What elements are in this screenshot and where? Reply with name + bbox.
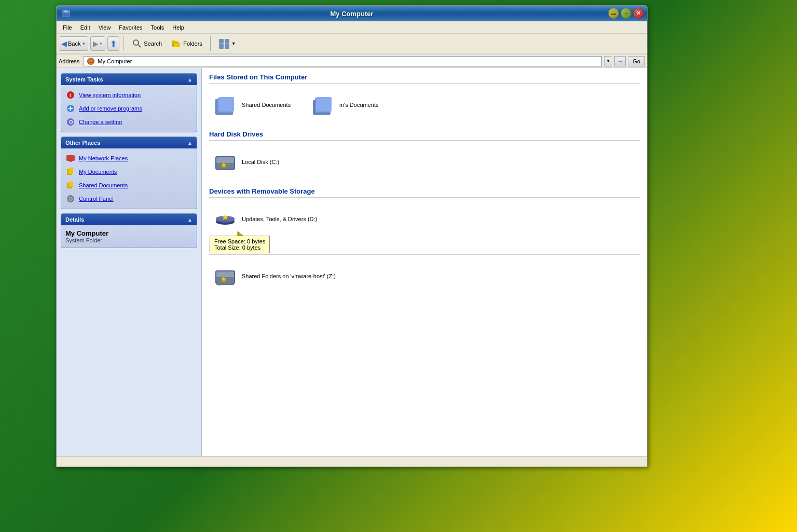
forward-button[interactable]: ▶ ▼ — [90, 36, 105, 51]
search-button[interactable]: Search — [128, 36, 166, 51]
up-arrow-icon: ⬆ — [110, 39, 117, 49]
my-documents-icon — [65, 167, 76, 177]
up-button[interactable]: ⬆ — [107, 36, 119, 51]
details-type: System Folder — [65, 237, 193, 243]
system-tasks-title: System Tasks — [65, 76, 103, 83]
other-places-header[interactable]: Other Places ▲ — [61, 137, 197, 148]
other-places-content: My Network Places My Documents Shared Do… — [61, 148, 197, 209]
file-item-shared-documents[interactable]: Shared Documents — [209, 90, 303, 120]
svg-rect-41 — [216, 157, 234, 163]
title-bar: My Computer ▬ ▪ ✕ — [57, 6, 647, 21]
sidebar-item-control-panel[interactable]: Control Panel — [63, 192, 195, 206]
details-title: Details — [65, 216, 84, 223]
system-tasks-content: i View system information Add or remove … — [61, 85, 197, 132]
dvd-d-icon — [213, 207, 238, 231]
forward-dropdown-icon: ▼ — [99, 42, 103, 46]
svg-rect-25 — [68, 168, 73, 174]
dvd-d-label: Updates, Tools, & Drivers (D:) — [242, 216, 317, 222]
add-remove-icon — [65, 103, 76, 114]
svg-rect-10 — [219, 44, 224, 49]
window-title: My Computer — [330, 10, 373, 18]
menu-favorites[interactable]: Favorites — [115, 23, 146, 32]
address-label: Address — [59, 58, 81, 64]
local-disk-c-label: Local Disk (C:) — [242, 159, 279, 165]
folders-button[interactable]: Folders — [168, 36, 206, 51]
address-input[interactable]: My Computer — [84, 56, 602, 66]
svg-rect-1 — [62, 12, 70, 17]
local-disk-c-icon — [213, 149, 238, 174]
menu-view[interactable]: View — [94, 23, 115, 32]
file-item-local-disk-c[interactable]: Local Disk (C:) — [209, 147, 303, 177]
svg-rect-35 — [218, 97, 234, 112]
view-system-label: View system information — [79, 92, 141, 98]
close-button[interactable]: ✕ — [633, 8, 644, 19]
main-content: System Tasks ▲ i View system information — [57, 68, 647, 456]
network-places-label: My Network Places — [79, 155, 128, 161]
file-item-network-z[interactable]: Shared Folders on 'vmware-host' (Z:) Fre… — [209, 261, 339, 291]
svg-point-2 — [64, 10, 68, 13]
control-panel-icon — [65, 194, 76, 204]
section-removable-header: Devices with Removable Storage — [209, 187, 640, 198]
view-button[interactable]: ▼ — [215, 36, 240, 51]
details-content: My Computer System Folder — [61, 225, 197, 248]
toolbar-separator-1 — [123, 36, 124, 51]
removable-items: Updates, Tools, & Drivers (D:) — [209, 202, 640, 236]
svg-rect-23 — [70, 161, 72, 162]
shared-documents-file-icon — [213, 92, 238, 117]
svg-point-30 — [70, 198, 72, 200]
menu-tools[interactable]: Tools — [147, 23, 169, 32]
svg-text:⚙: ⚙ — [68, 119, 74, 125]
menu-edit[interactable]: Edit — [76, 23, 94, 32]
svg-line-4 — [138, 45, 141, 47]
details-name: My Computer — [65, 229, 193, 237]
shared-documents-icon — [65, 180, 76, 190]
view-system-icon: i — [65, 90, 76, 100]
details-header[interactable]: Details ▲ — [61, 214, 197, 225]
section-network-drives: Network Drives — [209, 244, 640, 293]
other-places-title: Other Places — [65, 140, 100, 146]
sidebar-item-my-documents[interactable]: My Documents — [63, 165, 195, 179]
control-panel-label: Control Panel — [79, 196, 114, 202]
go-button[interactable]: Go — [628, 56, 645, 66]
sidebar-item-view-system-info[interactable]: i View system information — [63, 88, 195, 102]
folders-icon — [171, 38, 182, 49]
search-icon — [132, 38, 142, 49]
back-button[interactable]: ◀ Back ▼ — [59, 36, 88, 51]
go-arrow-icon[interactable]: → — [614, 56, 626, 66]
address-value: My Computer — [98, 58, 132, 64]
sidebar-item-shared-documents[interactable]: Shared Documents — [63, 179, 195, 192]
view-icon — [218, 38, 230, 49]
tooltip-free-space: Free Space: 0 bytes — [214, 238, 265, 244]
files-stored-items: Shared Documents m's Documents — [209, 88, 640, 122]
network-items: Shared Folders on 'vmware-host' (Z:) Fre… — [209, 259, 640, 293]
section-hard-disk-header: Hard Disk Drives — [209, 130, 640, 141]
minimize-button[interactable]: ▬ — [608, 8, 619, 19]
menu-file[interactable]: File — [59, 23, 76, 32]
svg-text:i: i — [70, 92, 71, 98]
address-dropdown[interactable]: ▼ — [604, 56, 612, 66]
other-places-collapse-icon: ▲ — [187, 140, 193, 146]
m-documents-file-label: m's Documents — [339, 102, 378, 108]
svg-rect-9 — [225, 39, 229, 44]
file-item-dvd-d[interactable]: Updates, Tools, & Drivers (D:) — [209, 204, 321, 234]
section-hard-disk-drives: Hard Disk Drives — [209, 130, 640, 179]
menu-help[interactable]: Help — [168, 23, 188, 32]
address-bar: Address My Computer ▼ → Go — [57, 54, 647, 68]
sidebar-item-network-places[interactable]: My Network Places — [63, 152, 195, 165]
m-documents-file-icon — [310, 92, 335, 117]
hard-disk-items: Local Disk (C:) — [209, 145, 640, 179]
title-bar-controls: ▬ ▪ ✕ — [608, 8, 644, 19]
folders-label: Folders — [183, 40, 202, 47]
maximize-button[interactable]: ▪ — [621, 8, 631, 19]
tooltip-total-size: Total Size: 0 bytes — [214, 244, 265, 251]
change-setting-icon: ⚙ — [65, 117, 76, 127]
main-window: My Computer ▬ ▪ ✕ File Edit View Favorit… — [56, 5, 648, 467]
file-item-m-documents[interactable]: m's Documents — [307, 90, 400, 120]
svg-point-3 — [133, 40, 139, 45]
search-label: Search — [144, 40, 162, 47]
sidebar-item-change-setting[interactable]: ⚙ Change a setting — [63, 115, 195, 129]
system-tasks-header[interactable]: System Tasks ▲ — [61, 74, 197, 85]
svg-rect-22 — [66, 155, 75, 161]
file-area: Files Stored on This Computer — [202, 68, 647, 456]
sidebar-item-add-remove-programs[interactable]: Add or remove programs — [63, 102, 195, 115]
